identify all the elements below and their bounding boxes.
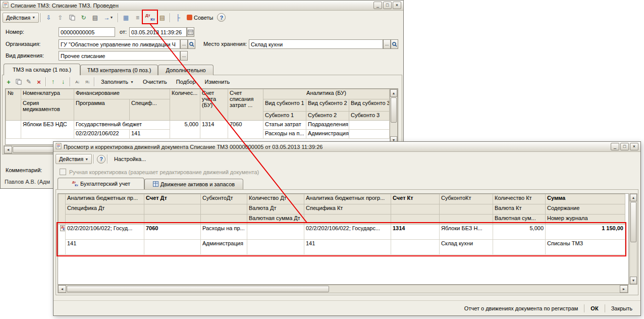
storage-open-icon[interactable] (391, 39, 398, 49)
scroll-left-icon[interactable]: ◄ (58, 285, 66, 293)
tab-additional[interactable]: Дополнительно (158, 65, 213, 75)
cell-account-kt[interactable]: 1314 (391, 225, 440, 240)
help-icon[interactable]: ? (217, 13, 226, 22)
copy-icon[interactable] (66, 13, 78, 23)
storage-input[interactable]: Склад кухни (249, 39, 383, 49)
cell[interactable] (391, 240, 440, 255)
print-icon[interactable]: ▤ (89, 13, 101, 23)
cell-financing[interactable]: Государственный бюджет (74, 121, 170, 130)
help-icon[interactable]: ? (97, 155, 105, 164)
cell-quantity[interactable]: 5,000 (170, 121, 200, 139)
row-selector[interactable]: 1 (6, 121, 21, 139)
scroll-right-icon[interactable]: ► (620, 285, 628, 293)
cell-subkonto-kt[interactable]: Яблоки БЕЗ Н... (440, 225, 493, 240)
date-input[interactable]: 03.05.2013 11:39:26 (129, 27, 187, 37)
tab-accounting[interactable]: ДтКт Бухгалтерский учет (58, 178, 144, 189)
cell-subkonto-dt2[interactable]: Администрация (201, 240, 247, 255)
edit-row-icon[interactable]: ✎ (24, 77, 34, 87)
close-button[interactable]: × (393, 2, 401, 9)
cell-subkonto2[interactable]: Администрация (306, 130, 349, 139)
vertical-scrollbar[interactable]: ▲ ▼ (629, 193, 637, 285)
scroll-up-icon[interactable]: ▲ (630, 194, 637, 201)
column-header (66, 215, 144, 225)
cell-analytics-dt[interactable]: 02/2/202/106/022; Госуд... (66, 225, 144, 240)
ok-button[interactable]: ОК (586, 303, 602, 313)
pick-button[interactable]: Подбор (172, 77, 200, 87)
structure-icon[interactable]: ▦ (120, 13, 132, 23)
tab-tmz-warehouse[interactable]: ТМЗ на складе (1 поз.) (4, 64, 80, 75)
scroll-down-icon[interactable]: ▼ (630, 277, 637, 284)
move-down-icon[interactable]: ↓ (58, 77, 68, 87)
change-button[interactable]: Изменить (200, 77, 235, 87)
add-row-icon[interactable]: + (4, 77, 14, 87)
cell-content[interactable]: Списаны ТМЗ (546, 240, 625, 255)
sort-desc-icon[interactable]: Я↓ (82, 77, 92, 87)
cell-account-dt[interactable]: 7060 (144, 225, 201, 240)
cell-specifics-kt[interactable]: 141 (304, 240, 391, 255)
cell-analytics-kt[interactable]: 02/2/202/106/022; Государс... (304, 225, 391, 240)
journal-icon[interactable]: ▤ (156, 13, 168, 23)
row-marker[interactable]: ДтКт (59, 225, 66, 255)
refresh-icon[interactable]: ↻ (78, 13, 89, 23)
tab-tmz-counterparty[interactable]: ТМЗ контрагента (0 поз.) (80, 65, 158, 75)
organization-select-button[interactable]: ... (180, 39, 188, 49)
horizontal-scrollbar[interactable]: ◄ ► (58, 285, 628, 293)
sort-asc-icon[interactable]: А↓ (72, 77, 82, 87)
scroll-up-icon[interactable]: ▲ (390, 89, 397, 97)
cell-subkonto-type3[interactable] (349, 121, 390, 130)
cell-subkonto-kt2[interactable]: Склад кухни (440, 240, 493, 255)
storage-select-button[interactable]: ... (383, 39, 391, 49)
close-button[interactable]: Закрыть (607, 303, 636, 313)
scroll-left-icon[interactable]: ◄ (4, 146, 12, 153)
cell-quantity-kt[interactable]: 5,000 (493, 225, 546, 240)
movement-kind-select-button[interactable]: ... (180, 51, 188, 61)
movements-titlebar[interactable]: Просмотр и корректировка движений докуме… (53, 142, 640, 152)
organization-open-icon[interactable] (188, 39, 195, 49)
number-input[interactable]: 00000000005 (59, 27, 115, 37)
move-up-icon[interactable]: ↑ (48, 77, 58, 87)
cell-account[interactable]: 1314 (200, 121, 228, 139)
actions-button[interactable]: Действия▼ (3, 13, 39, 23)
movement-kind-input[interactable]: Прочее списание (59, 51, 180, 61)
tab-asset-movement[interactable]: Движение активов и запасов (144, 179, 243, 189)
settings-button[interactable]: Настройка... (110, 154, 150, 164)
actions-button[interactable]: Действия▼ (56, 154, 92, 164)
subordination-icon[interactable]: ├ (172, 13, 184, 23)
cell-sum[interactable]: 1 150,00 (546, 225, 625, 240)
fill-button[interactable]: Заполнить▼ (96, 77, 138, 87)
post-icon[interactable]: ⇩ (43, 13, 55, 23)
cell-subkonto3[interactable] (349, 130, 390, 139)
cell-subkonto-dt[interactable]: Расходы на пр... (201, 225, 247, 240)
close-button[interactable]: × (630, 143, 638, 150)
delete-row-icon[interactable]: × (34, 77, 44, 87)
advice-button[interactable]: Советы (184, 13, 216, 23)
calendar-button[interactable] (187, 27, 194, 37)
cell-program[interactable]: 02/2/202/106/022 (74, 130, 130, 139)
clear-button[interactable]: Очистить (138, 77, 172, 87)
dtkt-button[interactable]: ДтКт (143, 13, 156, 23)
minimize-button[interactable]: _ (373, 2, 382, 9)
cell-specifics[interactable]: 141 (130, 130, 170, 139)
maximize-button[interactable]: □ (383, 2, 392, 9)
minimize-button[interactable]: _ (611, 143, 619, 150)
cell-subkonto-type2[interactable]: Подразделения (306, 121, 349, 130)
main-titlebar[interactable]: Списание ТМЗ: Списание ТМЗ. Проведен _ □… (1, 1, 403, 11)
list-settings-icon[interactable]: ≡ (132, 13, 143, 23)
unpost-icon[interactable]: ⇧ (55, 13, 66, 23)
cell[interactable] (144, 240, 201, 255)
copy-row-icon[interactable] (14, 77, 24, 87)
column-header (59, 194, 66, 225)
organization-input[interactable]: ГУ "Областное управление по ликвидации Ч (59, 39, 180, 49)
cell-writeoff-account[interactable]: 7060 (228, 121, 263, 139)
maximize-button[interactable]: □ (620, 143, 629, 150)
report-button[interactable]: Отчет о движениях документа по регистрам (460, 303, 582, 313)
go-icon[interactable]: →▼ (101, 13, 116, 23)
cell-subkonto1[interactable]: Расходы на п... (263, 130, 306, 139)
cell[interactable] (247, 240, 304, 255)
cell[interactable] (493, 240, 546, 255)
cell-subkonto-type1[interactable]: Статьи затрат (263, 121, 306, 130)
vertical-scrollbar[interactable]: ▲ ▼ (390, 89, 398, 144)
cell-specifics-dt[interactable]: 141 (66, 240, 144, 255)
cell-quantity-dt[interactable] (247, 225, 304, 240)
cell-nomenclature[interactable]: Яблоки БЕЗ НДС (21, 121, 74, 139)
